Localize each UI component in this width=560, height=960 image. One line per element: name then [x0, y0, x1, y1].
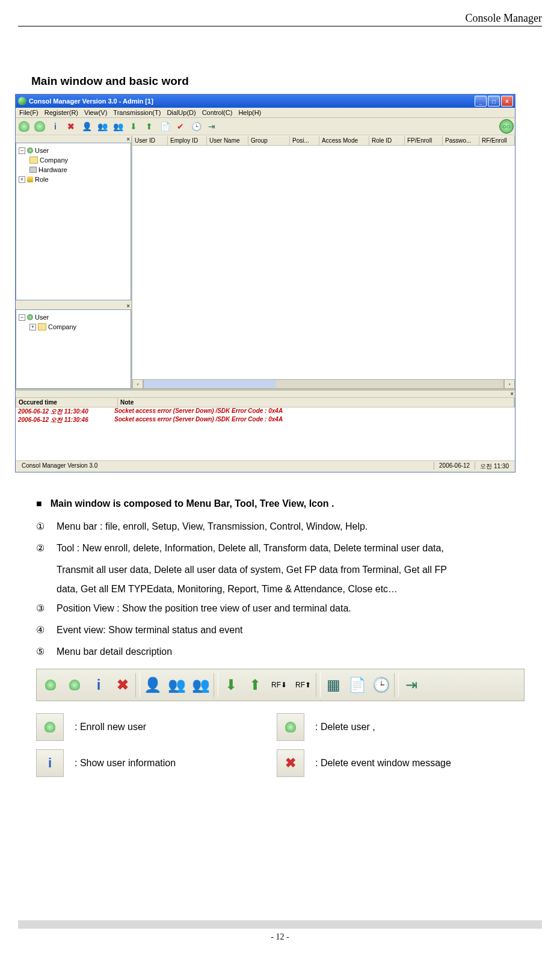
scroll-right-icon[interactable]: ›	[504, 379, 515, 389]
title-bar: Consol Manager Version 3.0 - Admin [1] _…	[16, 94, 515, 108]
icon-legend: : Enroll new user : Delete user , i : Sh…	[36, 713, 542, 777]
toolbar-delete-icon[interactable]	[32, 119, 47, 134]
menu-help[interactable]: Help(H)	[238, 109, 261, 116]
menu-control[interactable]: Control(C)	[202, 109, 233, 116]
toolbar-info-icon[interactable]: i	[48, 119, 63, 134]
detail-people1-icon[interactable]: 👤	[141, 672, 164, 698]
scroll-left-icon[interactable]: ‹	[132, 379, 143, 389]
page-footer: - 12 -	[0, 920, 560, 942]
page-number: - 12 -	[271, 932, 289, 941]
toolbar-download-icon[interactable]: ⬇	[126, 119, 141, 134]
tree-hardware-label: Hardware	[38, 165, 67, 175]
detail-delete-event-icon[interactable]: ✖	[111, 672, 134, 698]
status-app: Consol Manager Version 3.0	[17, 462, 102, 471]
status-date: 2006-06-12	[434, 462, 475, 471]
close-button[interactable]: ×	[501, 96, 513, 107]
event-col-time[interactable]: Occured time	[16, 398, 118, 407]
item-3-text: Position View : Show the position tree v…	[57, 599, 351, 618]
toolbar-exit-icon[interactable]: ⇥	[205, 119, 219, 134]
toolbar-clock-icon[interactable]: 🕒	[189, 119, 203, 134]
col-position[interactable]: Posi...	[290, 136, 319, 145]
event-time: 2006-06-12 오전 11:30:46	[16, 416, 114, 424]
legend-delete-event-icon: ✖	[277, 749, 304, 777]
tree-role-label: Role	[35, 175, 49, 184]
detail-toolbar: i ✖ 👤 👥 👥 ⬇ ⬆ RF⬇ RF⬆ ▦ 📄 🕒 ⇥	[36, 669, 525, 701]
toolbar-check-icon[interactable]: ✔	[173, 119, 188, 134]
col-userid[interactable]: User ID	[132, 136, 168, 145]
bullet-text: Main window is composed to Menu Bar, Too…	[51, 494, 334, 513]
event-col-note[interactable]: Note	[118, 398, 514, 407]
detail-rf1-icon[interactable]: RF⬇	[268, 672, 291, 698]
toolbar-delete-all-icon[interactable]: ✖	[64, 119, 78, 134]
menu-register[interactable]: Register(R)	[45, 109, 78, 116]
detail-people3-icon[interactable]: 👥	[189, 672, 212, 698]
col-fpenroll[interactable]: FP/Enroll	[405, 136, 443, 145]
menu-file[interactable]: File(F)	[19, 109, 38, 116]
tree2-close-icon[interactable]: ×	[126, 303, 130, 309]
detail-delete-user-icon[interactable]	[63, 672, 86, 698]
tree-view-top[interactable]: −User Company Hardware +Role	[16, 143, 131, 300]
detail-report-icon[interactable]: 📄	[346, 672, 369, 698]
scroll-thumb[interactable]	[144, 380, 276, 388]
event-close-icon[interactable]: ×	[510, 391, 514, 397]
num-5: ⑤	[36, 642, 48, 661]
legend-delete-event-text: : Delete event window message	[315, 752, 451, 775]
col-password[interactable]: Passwo...	[443, 136, 479, 145]
col-username[interactable]: User Name	[207, 136, 248, 145]
item-1-text: Menu bar : file, enroll, Setup, View, Tr…	[57, 517, 368, 536]
col-group[interactable]: Group	[248, 136, 290, 145]
item-4-text: Event view: Show terminal status and eve…	[57, 621, 243, 640]
legend-delete-user-text: : Delete user ,	[315, 716, 375, 739]
toolbar-upload-icon[interactable]: ⬆	[142, 119, 156, 134]
legend-delete-user-icon	[277, 713, 304, 741]
tree1-close-icon[interactable]: ×	[126, 136, 130, 143]
detail-info-icon[interactable]: i	[87, 672, 110, 698]
num-4: ④	[36, 621, 48, 640]
running-header: Console Manager	[18, 12, 542, 26]
detail-rf2-icon[interactable]: RF⬆	[292, 672, 315, 698]
legend-info-icon: i	[36, 749, 64, 777]
toolbar-user3-icon[interactable]: 👥	[111, 119, 125, 134]
col-rfenroll[interactable]: RF/Enroll	[479, 136, 515, 145]
body-text: ■Main window is composed to Menu Bar, To…	[36, 494, 542, 777]
detail-down-icon[interactable]: ⬇	[220, 672, 242, 698]
minimize-button[interactable]: _	[475, 96, 487, 107]
item-2-text: Tool : New enroll, delete, Information, …	[57, 539, 444, 558]
event-row: 2006-06-12 오전 11:30:40 Socket access err…	[16, 407, 515, 416]
detail-people2-icon[interactable]: 👥	[165, 672, 188, 698]
menu-view[interactable]: View(V)	[84, 109, 107, 116]
col-roleid[interactable]: Role ID	[369, 136, 405, 145]
tree-company-label: Company	[40, 155, 68, 165]
detail-exit-icon[interactable]: ⇥	[400, 672, 423, 698]
event-note: Socket access error (Server Down) /SDK E…	[114, 407, 283, 416]
grid-body[interactable]	[132, 146, 515, 379]
app-window: Consol Manager Version 3.0 - Admin [1] _…	[15, 94, 515, 472]
tree2-user-label: User	[35, 312, 49, 322]
num-3: ③	[36, 599, 48, 618]
toolbar-user2-icon[interactable]: 👥	[95, 119, 109, 134]
detail-up-icon[interactable]: ⬆	[244, 672, 266, 698]
detail-enroll-icon[interactable]	[39, 672, 62, 698]
col-accessmode[interactable]: Access Mode	[319, 136, 369, 145]
col-employid[interactable]: Employ ID	[168, 136, 207, 145]
toolbar-user1-icon[interactable]: 👤	[79, 119, 94, 134]
toolbar-enroll-icon[interactable]	[17, 119, 31, 134]
horizontal-scrollbar[interactable]: ‹ ›	[132, 379, 515, 389]
num-2: ②	[36, 539, 48, 558]
maximize-button[interactable]: □	[488, 96, 500, 107]
item-5-text: Menu bar detail description	[57, 642, 172, 661]
menu-transmission[interactable]: Transmission(T)	[113, 109, 161, 116]
status-bar: Consol Manager Version 3.0 2006-06-12 오전…	[16, 460, 515, 472]
tree-view-bottom[interactable]: −User +Company	[16, 309, 131, 389]
go-badge-icon[interactable]: GO	[499, 119, 514, 134]
page: Console Manager Main window and basic wo…	[0, 0, 560, 960]
detail-clock-icon[interactable]: 🕒	[370, 672, 393, 698]
menu-dialup[interactable]: DialUp(D)	[167, 109, 195, 116]
legend-enroll-text: : Enroll new user	[75, 716, 146, 739]
status-clock: 오전 11:30	[475, 462, 514, 471]
event-time: 2006-06-12 오전 11:30:40	[16, 407, 114, 416]
detail-monitor-icon[interactable]: ▦	[322, 672, 345, 698]
item-2-cont1: Transmit all user data, Delete all user …	[36, 560, 542, 580]
toolbar-report-icon[interactable]: 📄	[158, 119, 172, 134]
app-icon	[18, 97, 26, 105]
